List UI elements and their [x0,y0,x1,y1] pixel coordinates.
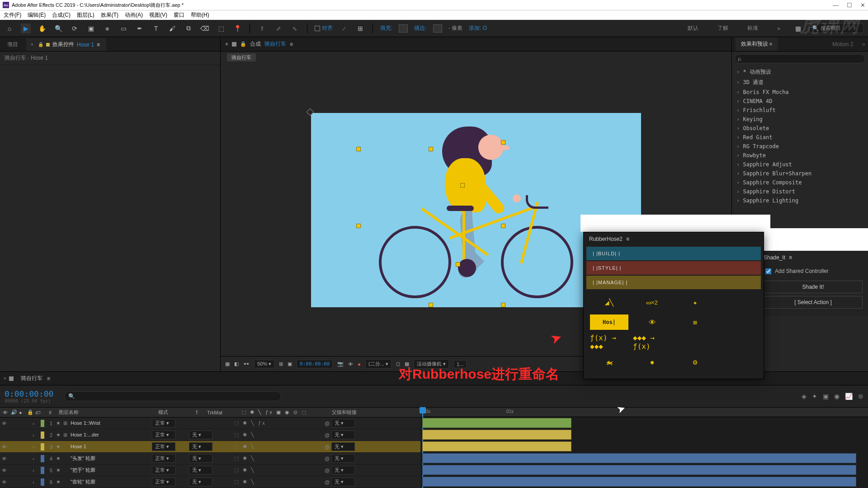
current-time[interactable]: 0:00:00:00 [5,389,53,399]
viewer-resolution[interactable]: (二分... ▾ [365,359,392,369]
camera-tool-icon[interactable]: ▣ [86,23,96,33]
pickwhip-icon[interactable]: @ [325,421,330,426]
rh-unbake-icon[interactable]: ◆◆◆ → ƒ(x) [633,334,671,350]
pickwhip-icon[interactable]: @ [325,444,330,450]
menu-edit[interactable]: 编辑(E) [28,11,46,19]
shadeit-shared-checkbox[interactable] [765,268,771,274]
rubberhose-style-section[interactable]: | | STYLE | | [586,261,761,275]
rh-bake-icon[interactable]: ƒ(x) → ◆◆◆ [590,334,628,350]
tl-brain-icon[interactable]: ⊚ [858,393,863,400]
shadeit-run-button[interactable]: Shade It! [764,281,863,293]
tab-effect-controls[interactable]: × 🔒 效果控件 Hose 1 ≡ [26,38,106,51]
effects-search[interactable]: ρ. [735,54,865,63]
snap-label[interactable]: 对齐 [322,24,333,32]
preset-item[interactable]: * 动画预设 [732,67,868,77]
menu-view[interactable]: 视图(V) [149,11,167,19]
pickwhip-icon[interactable]: @ [325,432,330,438]
track-matte[interactable]: 无 ▾ [189,454,234,463]
blend-mode[interactable]: 正常 ▾ [152,431,189,439]
track-matte[interactable]: 无 ▾ [189,478,234,486]
blend-mode[interactable]: 正常 ▾ [152,478,189,486]
preset-item[interactable]: Red Giant [732,133,868,142]
label-color[interactable] [41,443,44,450]
layer-bar[interactable] [422,430,571,440]
pickwhip-icon[interactable]: @ [325,468,330,473]
comp-lock-icon[interactable]: 🔒 [240,41,246,47]
layer-name[interactable]: Hose 1:...der [71,432,152,438]
preset-item[interactable]: Sapphire Distort [732,187,868,196]
preset-item[interactable]: RG Trapcode [732,142,868,151]
stroke-swatch[interactable] [433,24,442,33]
pickwhip-icon[interactable]: @ [325,479,330,485]
roto-tool-icon[interactable]: ⬚ [216,23,226,33]
orbit-tool-icon[interactable]: ⟳ [70,23,80,33]
layer-row[interactable]: ›2★⊞Hose 1:...der正常 ▾无 ▾⬚ ✱ ╲ @无 ▾ [0,429,420,441]
viewer-res-icon[interactable]: ⊞ [279,361,283,367]
parent-link[interactable]: @无 ▾ [325,419,383,427]
layer-switches[interactable]: ⬚ ✱ ╲ [234,432,325,438]
blend-mode[interactable]: 正常 ▾ [152,442,189,451]
fill-swatch[interactable] [399,24,408,33]
preset-item[interactable]: Sapphire Lighting [732,196,868,205]
world-axis-icon[interactable]: ⬈ [274,23,283,33]
menu-layer[interactable]: 图层(L) [77,11,94,19]
viewer-show-snap-icon[interactable]: 👁 [348,361,353,367]
tl-motion-blur-icon[interactable]: ◉ [834,393,840,400]
label-color[interactable] [41,420,44,427]
workspace-default[interactable]: 默认 [681,24,705,32]
snap-opt1-icon[interactable]: ⟋ [339,23,349,33]
blend-mode[interactable]: 正常 ▾ [152,419,189,427]
menu-help[interactable]: 帮助(H) [191,11,209,19]
layer-row[interactable]: 👁›4★"头发" 轮廓正常 ▾无 ▾⬚ ✱ ╲ @无 ▾ [0,453,420,465]
tl-comp-marker-icon[interactable]: ◈ [802,393,807,400]
rh-controller-icon[interactable]: ◢╲ [590,295,628,310]
clone-tool-icon[interactable]: ⧉ [184,23,193,33]
parent-link[interactable]: @无 ▾ [325,466,383,474]
pickwhip-icon[interactable]: @ [325,456,330,461]
parent-link[interactable]: @无 ▾ [325,431,383,439]
layer-switches[interactable]: ⬚ ✱ ╲ [234,479,325,485]
preset-item[interactable]: Sapphire Blur+Sharpen [732,169,868,178]
local-axis-icon[interactable]: ⬆ [257,23,267,33]
timeline-panel-menu-icon[interactable]: ≡ [47,375,50,382]
hand-tool-icon[interactable]: ✋ [37,23,47,33]
menu-file[interactable]: 文件(F) [4,11,21,19]
preset-item[interactable]: Sapphire Composite [732,178,868,187]
layer-row[interactable]: 👁›3★Hose 1正常 ▾无 ▾⬚ ✱ ╲ @无 ▾ [0,441,420,453]
snap-opt2-icon[interactable]: ⊞ [355,23,365,33]
layer-switches[interactable]: ⬚ ✱ ╲ [234,467,325,473]
viewer-grid-icon[interactable]: ▣ [288,361,292,367]
layer-name[interactable]: Hose 1::Wrist [71,420,152,426]
menu-composition[interactable]: 合成(C) [52,11,71,19]
viewer-alpha-icon[interactable]: ▦ [225,361,230,367]
tab-close-icon[interactable]: × [31,42,33,47]
viewer-3d-icon[interactable]: 👓 [243,361,250,367]
shape-tool-icon[interactable]: ▭ [118,23,128,33]
parent-link[interactable]: @无 ▾ [325,454,383,463]
anchor-diamond-icon[interactable] [307,108,314,116]
timeline-tab[interactable]: 骑自行车 [16,373,47,384]
blend-mode[interactable]: 正常 ▾ [152,466,189,474]
viewer-channel-icon[interactable]: ● [358,361,361,367]
blend-mode[interactable]: 正常 ▾ [152,454,189,463]
rh-rename-input[interactable]: Hos| [590,314,628,330]
zoom-tool-icon[interactable]: 🔍 [53,23,63,33]
viewer-zoom[interactable]: 50% ▾ [254,360,274,368]
menu-animation[interactable]: 动画(A) [125,11,143,19]
menu-effect[interactable]: 效果(T) [101,11,118,19]
layer-row[interactable]: 👁›5★"把手" 轮廓正常 ▾无 ▾⬚ ✱ ╲ @无 ▾ [0,465,420,476]
workspace-learn[interactable]: 了解 [711,24,735,32]
tl-shy-icon[interactable]: ✦ [812,393,817,400]
tl-graph-icon[interactable]: 📈 [845,393,853,400]
layer-bar[interactable] [422,441,571,451]
brush-tool-icon[interactable]: 🖌 [167,23,177,33]
preset-item[interactable]: Frischluft [732,106,868,115]
timeline-tab-close-icon[interactable]: × [4,376,6,381]
rh-center-icon[interactable]: ✦ [676,295,714,310]
layer-name[interactable]: "把手" 轮廓 [71,467,152,474]
track-matte[interactable]: 无 ▾ [189,466,234,474]
layer-bar[interactable] [422,477,856,487]
menu-window[interactable]: 窗口 [174,11,184,19]
viewer-timecode[interactable]: 0:00:00:00 [297,360,333,368]
parent-link[interactable]: @无 ▾ [325,478,383,486]
